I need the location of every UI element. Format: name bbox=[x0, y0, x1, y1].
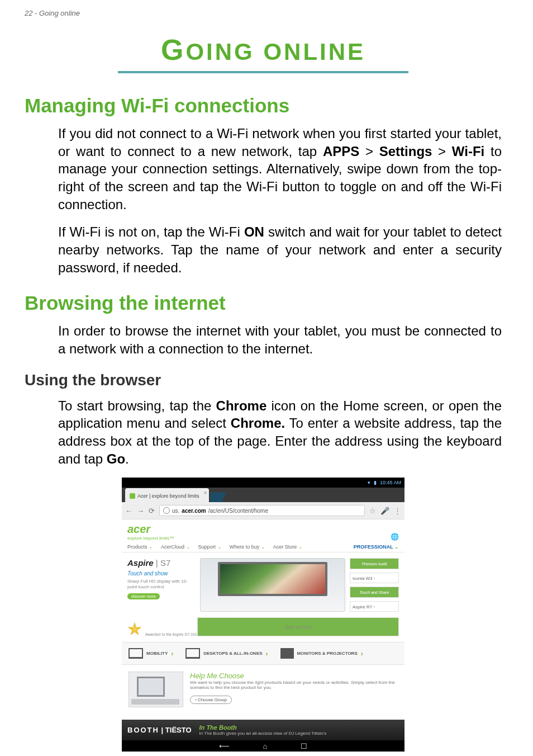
hero-desc: Sharp Full HD display with 10-point touc… bbox=[127, 579, 194, 590]
chevron-down-icon: ⌄ bbox=[217, 544, 222, 550]
award-badge-icon bbox=[127, 622, 142, 636]
back-nav-icon[interactable]: ⟵ bbox=[219, 742, 230, 750]
chevron-down-icon: ⌄ bbox=[261, 544, 265, 550]
choose-group-button[interactable]: › Choose Group bbox=[190, 696, 232, 704]
nav-professional[interactable]: PROFESSIONAL ⌄ bbox=[354, 544, 399, 550]
overflow-menu-icon[interactable]: ⋮ bbox=[394, 507, 401, 515]
nav-products[interactable]: Products ⌄ bbox=[127, 544, 153, 550]
banner-text: In The Booth In The Booth gives you an a… bbox=[199, 724, 327, 736]
hero-s7: | S7 bbox=[154, 558, 171, 568]
browse-paragraph-2: To start browsing, tap the Chrome icon o… bbox=[58, 397, 502, 468]
chapter-title: GOING ONLINE bbox=[25, 33, 502, 67]
chevron-down-icon: ⌄ bbox=[186, 544, 191, 550]
chrome-label-2: Chrome. bbox=[231, 415, 285, 431]
favicon-icon bbox=[130, 493, 135, 499]
text: > bbox=[359, 144, 379, 159]
chrome-label: Chrome bbox=[216, 398, 267, 413]
go-arrow-icon: › bbox=[361, 650, 363, 658]
hero-copy: Aspire | S7 Touch and show Sharp Full HD… bbox=[127, 558, 194, 612]
address-bar[interactable]: us.acer.com/ac/en/US/content/home bbox=[159, 505, 365, 516]
region-icon[interactable]: 🌐 bbox=[391, 533, 399, 541]
back-icon[interactable]: ← bbox=[125, 507, 132, 515]
discover-more-button[interactable]: discover more bbox=[127, 593, 160, 599]
laptop-screen bbox=[218, 562, 327, 596]
globe-icon bbox=[163, 507, 170, 514]
nav-support[interactable]: Support ⌄ bbox=[198, 544, 222, 550]
mic-icon[interactable]: 🎤 bbox=[380, 507, 389, 515]
cat-desktops[interactable]: DESKTOPS & ALL-IN-ONES › bbox=[185, 648, 268, 659]
laptop-icon bbox=[129, 648, 143, 659]
banner-logo: BOOTH | TIËSTO bbox=[127, 726, 192, 734]
tile-premium-build[interactable]: Premium build bbox=[350, 558, 399, 569]
browse-paragraph-1: In order to browse the internet with you… bbox=[58, 322, 502, 357]
site-header: acer explore beyond limits™ 🌐 bbox=[122, 519, 404, 542]
text: If Wi-Fi is not on, tap the Wi-Fi bbox=[58, 224, 244, 239]
section-wifi-heading: Managing Wi-Fi connections bbox=[25, 94, 502, 117]
url-host: acer.com bbox=[182, 508, 206, 514]
award-caption: Awarded to the Aspire S7-191 bbox=[145, 632, 197, 636]
awards-row: Awarded to the Aspire S7-191 Sleek and s… bbox=[122, 617, 404, 642]
tile-touch-share[interactable]: Touch and Share bbox=[350, 587, 399, 598]
category-bar: MOBILITY › DESKTOPS & ALL-IN-ONES › MONI… bbox=[122, 642, 404, 665]
acer-logo[interactable]: acer bbox=[127, 523, 150, 535]
hero-aspire: Aspire bbox=[127, 558, 154, 568]
wifi-paragraph-1: If you did not connect to a Wi-Fi networ… bbox=[58, 125, 502, 213]
brand-tagline: explore beyond limits™ bbox=[127, 536, 174, 541]
chapter-title-rest: OING ONLINE bbox=[185, 39, 365, 65]
chevron-down-icon: ⌄ bbox=[298, 544, 303, 550]
recents-nav-icon[interactable]: ☐ bbox=[301, 742, 307, 750]
tab-title: Acer | explore beyond limits bbox=[137, 493, 199, 499]
nav-acercloud[interactable]: AcerCloud ⌄ bbox=[161, 544, 191, 550]
go-label: Go bbox=[107, 451, 125, 466]
reload-icon[interactable]: ⟳ bbox=[149, 507, 155, 515]
nav-acerstore[interactable]: Acer Store ⌄ bbox=[273, 544, 303, 550]
text: To start browsing, tap the bbox=[58, 398, 216, 413]
browser-tab-strip: Acer | explore beyond limits × bbox=[122, 488, 404, 502]
apps-label: APPS bbox=[323, 144, 359, 159]
wifi-icon: ▾ bbox=[368, 480, 370, 485]
hero-touchshow: Touch and show bbox=[127, 570, 194, 577]
cat-monitors[interactable]: MONITORS & PROJECTORS › bbox=[280, 648, 363, 659]
pc-illustration bbox=[129, 672, 183, 707]
chapter-title-initial: G bbox=[161, 34, 185, 66]
android-status-bar: ▾ ▮ 10:45 AM bbox=[122, 478, 404, 488]
help-me-choose: Help Me Choose We want to help you choos… bbox=[122, 665, 404, 714]
chevron-down-icon: ⌄ bbox=[149, 544, 153, 550]
wifi-label: Wi-Fi bbox=[452, 144, 484, 159]
help-copy: We want to help you choose the right pro… bbox=[190, 680, 398, 690]
url-pre: us. bbox=[172, 508, 179, 514]
on-label: ON bbox=[244, 224, 264, 239]
tile-aspire-r7[interactable]: Aspire R7 › bbox=[350, 601, 399, 612]
desktop-icon bbox=[185, 648, 200, 659]
laptop-illustration bbox=[200, 558, 345, 612]
site-nav: Products ⌄ AcerCloud ⌄ Support ⌄ Where t… bbox=[122, 542, 404, 552]
tile-iconia[interactable]: Iconia W3 › bbox=[350, 573, 399, 584]
chapter-rule bbox=[118, 71, 408, 73]
android-nav-bar: ⟵ ⌂ ☐ bbox=[122, 740, 404, 752]
section-browse-heading: Browsing the internet bbox=[25, 292, 502, 314]
tab-close-icon[interactable]: × bbox=[204, 490, 207, 496]
running-header: 22 - Going online bbox=[25, 9, 502, 17]
projector-icon bbox=[280, 648, 294, 659]
bookmark-icon[interactable]: ☆ bbox=[369, 507, 376, 515]
hero-tiles: Premium build Iconia W3 › Touch and Shar… bbox=[350, 558, 399, 612]
wifi-paragraph-2: If Wi-Fi is not on, tap the Wi-Fi ON swi… bbox=[58, 223, 502, 276]
tiesto-banner[interactable]: BOOTH | TIËSTO In The Booth In The Booth… bbox=[122, 720, 404, 740]
hero-section: Aspire | S7 Touch and show Sharp Full HD… bbox=[122, 552, 404, 617]
nav-wheretobuy[interactable]: Where to buy ⌄ bbox=[230, 544, 265, 550]
text: . bbox=[125, 451, 129, 466]
chevron-down-icon: ⌄ bbox=[394, 544, 399, 550]
help-title: Help Me Choose bbox=[190, 672, 398, 680]
status-time: 10:45 AM bbox=[380, 480, 401, 485]
browser-tab[interactable]: Acer | explore beyond limits × bbox=[125, 488, 209, 502]
battery-icon: ▮ bbox=[374, 480, 377, 485]
tile-sleek[interactable]: Sleek and sexy bbox=[197, 617, 399, 636]
settings-label: Settings bbox=[379, 144, 432, 159]
subsection-using-browser: Using the browser bbox=[25, 371, 502, 389]
forward-icon[interactable]: → bbox=[137, 507, 144, 515]
new-tab-button[interactable] bbox=[210, 492, 226, 502]
cat-mobility[interactable]: MOBILITY › bbox=[129, 648, 173, 659]
hero-image bbox=[200, 558, 344, 612]
text: > bbox=[432, 144, 451, 159]
home-nav-icon[interactable]: ⌂ bbox=[263, 742, 268, 750]
